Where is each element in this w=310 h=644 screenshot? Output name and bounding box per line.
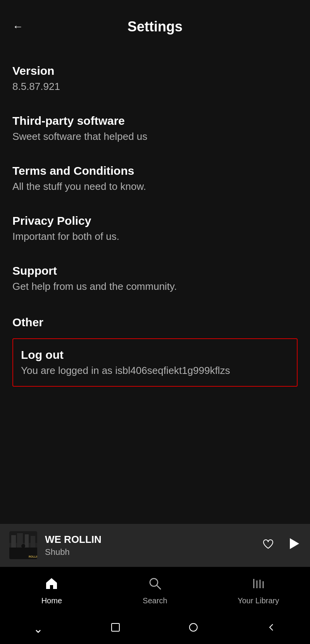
- third-party-item[interactable]: Third-party software Sweet software that…: [12, 103, 298, 153]
- svg-rect-6: [25, 534, 29, 548]
- logout-title: Log out: [21, 348, 289, 362]
- nav-home[interactable]: Home: [0, 577, 103, 605]
- library-icon: [251, 577, 265, 594]
- svg-point-19: [189, 623, 197, 631]
- privacy-item[interactable]: Privacy Policy Important for both of us.: [12, 203, 298, 253]
- terms-title: Terms and Conditions: [12, 164, 298, 177]
- svg-rect-4: [11, 535, 16, 548]
- version-item: Version 8.5.87.921: [12, 53, 298, 103]
- android-square-btn[interactable]: [110, 622, 121, 635]
- support-title: Support: [12, 264, 298, 277]
- search-icon: [148, 577, 162, 594]
- support-item[interactable]: Support Get help from us and the communi…: [12, 253, 298, 303]
- album-art-image: ROLLIN: [9, 531, 37, 559]
- android-back-btn[interactable]: [266, 622, 277, 635]
- play-icon[interactable]: [287, 537, 301, 554]
- nav-search[interactable]: Search: [103, 577, 207, 605]
- svg-marker-11: [290, 538, 299, 549]
- logout-subtitle: You are logged in as isbl406seqfiekt1g99…: [21, 365, 289, 377]
- terms-item[interactable]: Terms and Conditions All the stuff you n…: [12, 153, 298, 203]
- logout-item[interactable]: Log out You are logged in as isbl406seqf…: [12, 338, 298, 387]
- home-icon: [45, 577, 59, 594]
- settings-content: Version 8.5.87.921 Third-party software …: [0, 47, 310, 524]
- svg-text:ROLLIN: ROLLIN: [29, 555, 37, 558]
- album-art: ROLLIN: [9, 531, 37, 559]
- other-section-header: Other: [12, 303, 298, 335]
- svg-point-12: [150, 579, 158, 586]
- heart-icon[interactable]: [262, 537, 274, 553]
- version-number: 8.5.87.921: [12, 81, 298, 93]
- back-button[interactable]: ←: [12, 21, 23, 33]
- track-artist: Shubh: [45, 547, 262, 557]
- page-title: Settings: [127, 19, 183, 35]
- svg-line-13: [157, 585, 161, 589]
- now-playing-controls: [262, 537, 301, 554]
- support-subtitle: Get help from us and the community.: [12, 281, 298, 293]
- version-label: Version: [12, 64, 298, 77]
- svg-rect-7: [31, 536, 35, 548]
- privacy-subtitle: Important for both of us.: [12, 231, 298, 243]
- svg-point-8: [21, 544, 25, 548]
- third-party-subtitle: Sweet software that helped us: [12, 131, 298, 143]
- library-label: Your Library: [238, 596, 279, 605]
- search-label: Search: [143, 596, 167, 605]
- third-party-title: Third-party software: [12, 114, 298, 127]
- bottom-nav: Home Search Your Library: [0, 567, 310, 613]
- privacy-title: Privacy Policy: [12, 214, 298, 227]
- svg-rect-18: [112, 623, 119, 631]
- android-circle-btn[interactable]: [188, 622, 199, 635]
- settings-header: ← Settings: [0, 0, 310, 47]
- now-playing-bar[interactable]: ROLLIN WE ROLLIN Shubh: [0, 524, 310, 567]
- android-nav-bar: ⌄: [0, 613, 310, 644]
- track-name: WE ROLLIN: [45, 534, 262, 546]
- nav-library[interactable]: Your Library: [207, 577, 310, 605]
- home-label: Home: [41, 596, 62, 605]
- terms-subtitle: All the stuff you need to know.: [12, 181, 298, 193]
- track-info: WE ROLLIN Shubh: [45, 534, 262, 557]
- svg-rect-9: [22, 548, 24, 553]
- android-down-btn[interactable]: ⌄: [33, 622, 43, 635]
